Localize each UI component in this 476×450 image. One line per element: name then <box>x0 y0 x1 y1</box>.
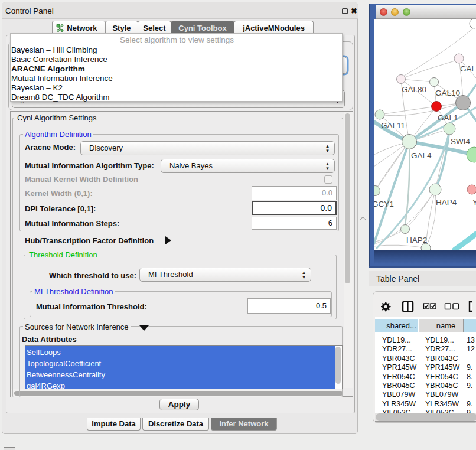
svg-text:GAL80: GAL80 <box>402 85 426 94</box>
svg-text:GAL1: GAL1 <box>438 113 458 122</box>
svg-text:HAP2: HAP2 <box>406 236 427 244</box>
svg-text:HAP4: HAP4 <box>436 198 457 207</box>
svg-text:SWI4: SWI4 <box>451 137 470 146</box>
svg-text:Y: Y <box>472 198 476 207</box>
svg-text:GAL11: GAL11 <box>381 121 405 130</box>
svg-text:GAL7: GAL7 <box>460 64 476 73</box>
svg-text:GAL10: GAL10 <box>435 89 460 97</box>
svg-text:GCY1: GCY1 <box>374 200 394 208</box>
svg-text:GAL4: GAL4 <box>411 151 432 160</box>
